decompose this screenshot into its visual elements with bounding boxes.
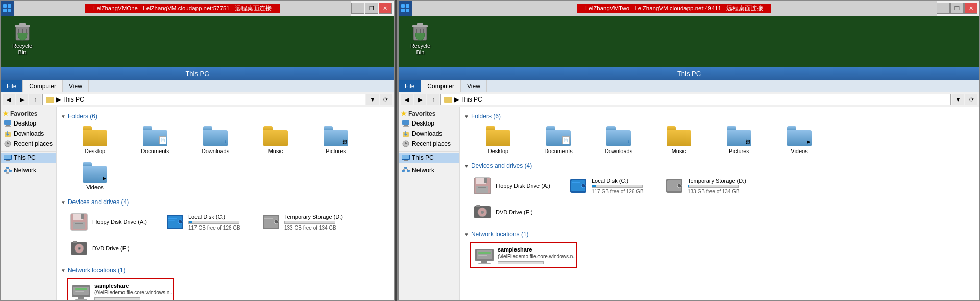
right-sidebar-network[interactable]: Network [399, 165, 459, 175]
left-devices-title: Devices and drives (4) [68, 198, 129, 206]
svg-point-88 [581, 184, 585, 188]
left-view-tab[interactable]: View [63, 80, 89, 92]
left-drive-d[interactable]: Temporary Storage (D:) 133 GB free of 13… [259, 210, 351, 234]
right-folder-pictures[interactable]: 🖼 Pictures [711, 124, 767, 156]
right-network-sampleshare[interactable]: sampleshare (\\leiFiledemo.file.core.win… [470, 242, 577, 268]
left-sidebar-sep1 [1, 151, 56, 152]
left-devices-header: ▼ Devices and drives (4) [61, 198, 390, 206]
left-hdd-c-bar-container [188, 221, 239, 224]
left-folder-documents-icon: 📄 [143, 126, 167, 146]
right-folder-downloads[interactable]: ↓ Downloads [591, 124, 647, 156]
left-sidebar-network[interactable]: Network [1, 165, 56, 175]
right-drive-e[interactable]: DVD Drive (E:) [470, 200, 562, 224]
left-hdd-c-bar [189, 221, 192, 223]
right-sidebar-recent[interactable]: Recent places [399, 139, 459, 149]
right-hdd-d-bar [688, 185, 689, 187]
left-folder-music[interactable]: Music [248, 124, 304, 156]
svg-rect-6 [19, 23, 26, 26]
right-restore-button[interactable]: ❐ [950, 3, 964, 14]
left-minimize-button[interactable]: — [351, 3, 364, 14]
left-network-header: ▼ Network locations (1) [61, 267, 390, 274]
right-title-text: LeiZhangVMTwo - LeiZhangVM.cloudapp.net:… [577, 4, 771, 13]
right-dropdown-button[interactable]: ▼ [952, 94, 964, 105]
svg-rect-53 [75, 299, 87, 300]
svg-rect-31 [81, 214, 84, 219]
right-close-button[interactable]: ✕ [964, 3, 977, 14]
left-dvd-svg [70, 239, 88, 258]
left-folder-documents-label: Documents [141, 148, 169, 154]
right-this-pc-bar: This PC [399, 67, 979, 80]
left-favorites-star-icon: ★ [3, 110, 9, 117]
left-folder-pictures[interactable]: 🖼 Pictures [308, 124, 364, 156]
right-folder-documents-label: Documents [544, 148, 573, 154]
left-folder-videos[interactable]: ▶ Videos [67, 160, 123, 192]
left-close-button[interactable]: ✕ [379, 3, 392, 14]
right-folder-desktop-icon [486, 126, 510, 146]
right-folder-videos[interactable]: ▶ Videos [771, 124, 827, 156]
right-folder-documents[interactable]: 📄 Documents [530, 124, 586, 156]
left-folder-downloads-icon: ↓ [203, 126, 228, 146]
right-file-tab[interactable]: File [399, 80, 421, 92]
right-up-button[interactable]: ↑ [427, 94, 439, 105]
left-forward-button[interactable]: ▶ [16, 94, 28, 105]
right-downloads-svg [402, 130, 409, 137]
right-sidebar-downloads[interactable]: Downloads [399, 129, 459, 139]
right-folder-desktop[interactable]: Desktop [470, 124, 526, 156]
left-folder-videos-icon: ▶ [83, 162, 107, 183]
right-drive-floppy[interactable]: Floppy Disk Drive (A:) [470, 173, 562, 198]
right-address-bar[interactable]: ▶ This PC [440, 94, 951, 105]
left-folder-documents[interactable]: 📄 Documents [127, 124, 183, 156]
left-computer-tab[interactable]: Computer [23, 80, 63, 92]
svg-rect-66 [402, 120, 409, 125]
left-title-center: LeiZhangVMOne - LeiZhangVM.cloudapp.net:… [14, 1, 351, 16]
svg-rect-68 [403, 126, 409, 127]
right-sidebar-thispc[interactable]: This PC [399, 153, 459, 163]
right-drive-c[interactable]: Local Disk (C:) 117 GB free of 126 GB [566, 173, 658, 198]
right-hdd-d-name: Temporary Storage (D:) [688, 178, 746, 184]
left-address-bar[interactable]: ▶ This PC [42, 94, 365, 105]
left-drive-floppy[interactable]: Floppy Disk Drive (A:) [67, 210, 159, 234]
right-sidebar-desktop[interactable]: Desktop [399, 118, 459, 129]
right-minimize-button[interactable]: — [937, 3, 950, 14]
left-drive-e[interactable]: DVD Drive (E:) [67, 236, 159, 261]
left-dvd-grid: DVD Drive (E:) [67, 236, 390, 261]
left-restore-button[interactable]: ❐ [365, 3, 378, 14]
left-dropdown-button[interactable]: ▼ [366, 94, 379, 105]
left-refresh-button[interactable]: ⟳ [380, 94, 392, 105]
right-computer-tab[interactable]: Computer [421, 80, 461, 92]
left-sidebar-thispc[interactable]: This PC [1, 153, 56, 163]
right-dvd-info: DVD Drive (E:) [496, 209, 533, 215]
right-recycle-bin-icon[interactable]: Recycle Bin [404, 20, 437, 57]
right-drives-grid: Floppy Disk Drive (A:) [470, 173, 975, 198]
left-back-button[interactable]: ◀ [3, 94, 15, 105]
right-view-tab[interactable]: View [461, 80, 487, 92]
left-folder-music-label: Music [268, 148, 283, 154]
right-hdd-d-bar-container [688, 185, 739, 188]
right-drive-d[interactable]: Temporary Storage (D:) 133 GB free of 13… [662, 173, 754, 198]
left-sidebar-desktop[interactable]: Desktop [1, 118, 56, 129]
left-up-button[interactable]: ↑ [29, 94, 41, 105]
left-recycle-bin-label: Recycle Bin [8, 43, 37, 55]
left-drive-c[interactable]: Local Disk (C:) 117 GB free of 126 GB [163, 210, 255, 234]
svg-rect-23 [4, 170, 7, 172]
left-file-tab[interactable]: File [1, 80, 23, 92]
right-back-button[interactable]: ◀ [401, 94, 413, 105]
left-sidebar-downloads[interactable]: Downloads [1, 129, 56, 139]
right-forward-button[interactable]: ▶ [414, 94, 426, 105]
left-this-pc-title: This PC [185, 70, 209, 78]
right-folder-videos-label: Videos [791, 148, 807, 154]
left-recycle-bin-icon[interactable]: Recycle Bin [6, 20, 39, 57]
left-folder-desktop[interactable]: Desktop [67, 124, 123, 156]
right-refresh-button[interactable]: ⟳ [965, 94, 977, 105]
left-folder-downloads[interactable]: ↓ Downloads [187, 124, 243, 156]
svg-rect-54 [401, 4, 405, 8]
svg-rect-75 [403, 161, 409, 161]
left-sidebar-recent[interactable]: Recent places [1, 139, 56, 149]
right-window-icon-svg [401, 4, 410, 13]
left-desktop-area: Recycle Bin [1, 16, 394, 67]
left-network-sampleshare[interactable]: sampleshare (\\leiFiledemo.file.core.win… [67, 278, 174, 300]
left-hdd-c-icon [165, 212, 185, 232]
svg-rect-60 [417, 23, 423, 26]
left-title-bar: LeiZhangVMOne - LeiZhangVM.cloudapp.net:… [1, 1, 394, 16]
right-folder-music[interactable]: Music [651, 124, 707, 156]
